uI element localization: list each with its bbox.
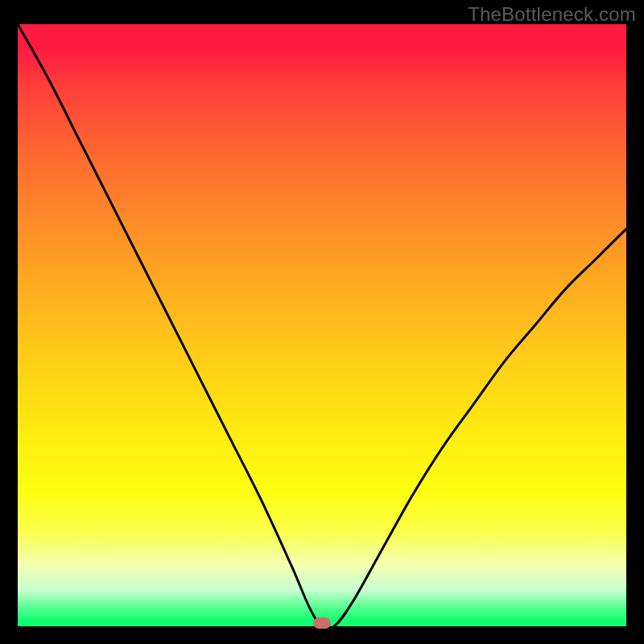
curve-path — [18, 24, 626, 626]
chart-frame: TheBottleneck.com — [0, 0, 644, 644]
optimal-marker — [313, 617, 331, 629]
watermark-text: TheBottleneck.com — [468, 3, 636, 26]
bottleneck-curve — [18, 24, 626, 626]
